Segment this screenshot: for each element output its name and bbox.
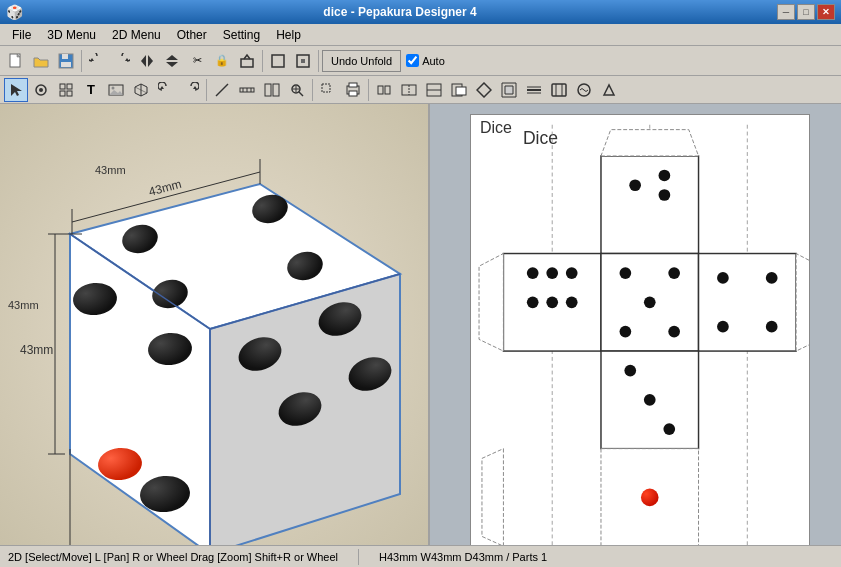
view-button[interactable] — [291, 49, 315, 73]
maximize-button[interactable]: □ — [797, 4, 815, 20]
menu-other[interactable]: Other — [169, 25, 215, 45]
text-button[interactable]: T — [79, 78, 103, 102]
svg-marker-55 — [505, 86, 513, 94]
undo-unfold-button[interactable]: Undo Unfold — [322, 50, 401, 72]
svg-marker-15 — [11, 84, 22, 96]
svg-point-23 — [112, 86, 115, 89]
svg-rect-115 — [699, 254, 797, 352]
lock-button[interactable]: 🔒 — [210, 49, 234, 73]
snap-button[interactable] — [29, 78, 53, 102]
svg-rect-4 — [61, 62, 71, 67]
svg-rect-19 — [67, 84, 72, 89]
svg-marker-125 — [479, 254, 503, 352]
svg-marker-63 — [604, 85, 614, 95]
svg-point-123 — [663, 423, 675, 435]
tb11[interactable] — [472, 78, 496, 102]
svg-point-107 — [546, 296, 558, 308]
2d-view[interactable]: Dice — [430, 104, 841, 545]
svg-rect-43 — [349, 91, 357, 96]
svg-marker-6 — [125, 58, 129, 61]
svg-marker-28 — [160, 86, 164, 89]
rotate-left-button[interactable] — [85, 49, 109, 73]
tb15[interactable] — [572, 78, 596, 102]
menu-setting[interactable]: Setting — [215, 25, 268, 45]
menu-help[interactable]: Help — [268, 25, 309, 45]
scissors-button[interactable]: ✂ — [185, 49, 209, 73]
menu-file[interactable]: File — [4, 25, 39, 45]
separator2 — [262, 50, 263, 72]
print-button[interactable] — [341, 78, 365, 102]
svg-point-101 — [659, 189, 671, 201]
svg-marker-5 — [90, 58, 94, 61]
unfold-button[interactable] — [235, 49, 259, 73]
svg-point-119 — [766, 321, 778, 333]
svg-point-121 — [624, 365, 636, 377]
svg-marker-53 — [477, 83, 491, 97]
svg-point-111 — [668, 267, 680, 279]
edge-button[interactable] — [210, 78, 234, 102]
svg-text:43mm: 43mm — [147, 177, 183, 199]
svg-point-104 — [546, 267, 558, 279]
rotate-right-button[interactable] — [110, 49, 134, 73]
menu-3dmenu[interactable]: 3D Menu — [39, 25, 104, 45]
select-move-button[interactable] — [4, 78, 28, 102]
svg-rect-14 — [301, 59, 305, 63]
grid-button[interactable] — [54, 78, 78, 102]
flip-v-button[interactable] — [160, 49, 184, 73]
dim-left: 43mm — [8, 299, 39, 311]
svg-point-122 — [644, 394, 656, 406]
svg-rect-36 — [273, 84, 279, 96]
save-button[interactable] — [54, 49, 78, 73]
cube-button[interactable] — [129, 78, 153, 102]
tb12[interactable] — [497, 78, 521, 102]
split-button[interactable] — [260, 78, 284, 102]
menu-2dmenu[interactable]: 2D Menu — [104, 25, 169, 45]
tb8[interactable] — [397, 78, 421, 102]
zoom-in-button[interactable] — [285, 78, 309, 102]
separator6 — [368, 79, 369, 101]
tb9[interactable] — [422, 78, 446, 102]
svg-text:43mm: 43mm — [20, 343, 53, 357]
svg-point-99 — [629, 179, 641, 191]
close-button[interactable]: ✕ — [817, 4, 835, 20]
auto-checkbox[interactable] — [406, 54, 419, 67]
2d-select-button[interactable] — [316, 78, 340, 102]
svg-point-113 — [620, 326, 632, 338]
svg-point-110 — [620, 267, 632, 279]
svg-rect-21 — [67, 91, 72, 96]
svg-point-117 — [766, 272, 778, 284]
svg-line-38 — [299, 92, 303, 96]
svg-point-114 — [668, 326, 680, 338]
titlebar: 🎲 dice - Pepakura Designer 4 ─ □ ✕ — [0, 0, 841, 24]
menubar: File 3D Menu 2D Menu Other Setting Help — [0, 24, 841, 46]
titlebar-controls: ─ □ ✕ — [777, 4, 835, 20]
square-button[interactable] — [266, 49, 290, 73]
dim-top: 43mm — [95, 164, 126, 176]
paper-title: Dice — [480, 119, 512, 137]
minimize-button[interactable]: ─ — [777, 4, 795, 20]
image-button[interactable] — [104, 78, 128, 102]
svg-marker-24 — [109, 90, 123, 95]
svg-marker-7 — [141, 55, 146, 67]
separator4 — [206, 79, 207, 101]
open-button[interactable] — [29, 49, 53, 73]
tb7[interactable] — [372, 78, 396, 102]
tb13[interactable] — [522, 78, 546, 102]
measure-button[interactable] — [235, 78, 259, 102]
svg-point-17 — [39, 88, 43, 92]
svg-rect-11 — [241, 59, 253, 67]
svg-point-116 — [717, 272, 729, 284]
3d-view[interactable]: 43mm 43mm 43mm 43mm 43mm 43mm — [0, 104, 430, 545]
tb10[interactable] — [447, 78, 471, 102]
redo-button[interactable] — [179, 78, 203, 102]
tb16[interactable] — [597, 78, 621, 102]
flip-h-button[interactable] — [135, 49, 159, 73]
svg-rect-12 — [272, 55, 284, 67]
toolbar2: T — [0, 76, 841, 104]
svg-point-118 — [717, 321, 729, 333]
svg-text:Dice: Dice — [523, 128, 558, 148]
tb14[interactable] — [547, 78, 571, 102]
svg-point-106 — [527, 296, 539, 308]
new-button[interactable] — [4, 49, 28, 73]
undo-button[interactable] — [154, 78, 178, 102]
